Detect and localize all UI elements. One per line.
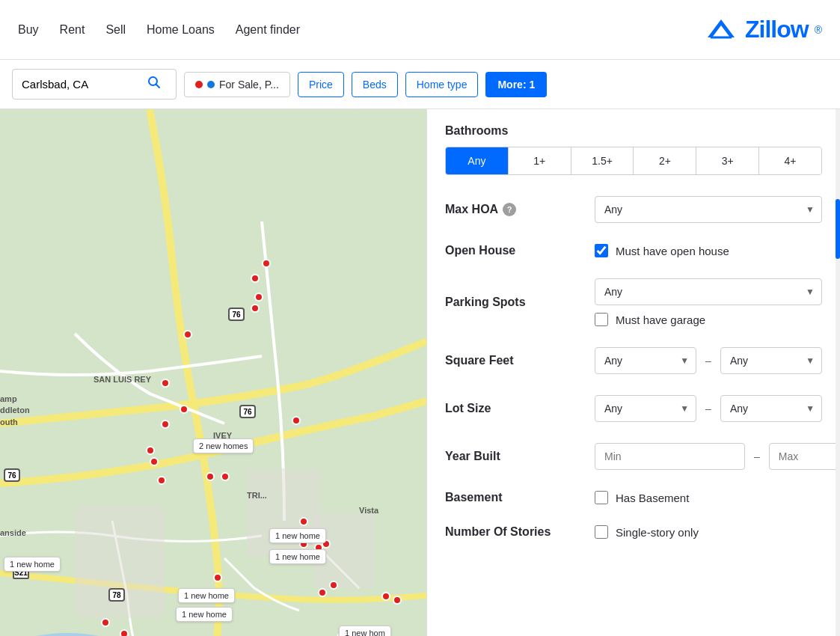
square-feet-max-select[interactable]: Any 500 750 1000 1250 1500 1750 2000 250…	[720, 347, 822, 374]
map-pin[interactable]	[180, 405, 188, 414]
open-house-checkbox[interactable]	[595, 244, 608, 257]
map-pin[interactable]	[183, 330, 192, 339]
map-pin[interactable]	[120, 629, 129, 636]
home-type-filter-button[interactable]: Home type	[405, 72, 479, 97]
search-input[interactable]	[22, 78, 141, 91]
lot-size-content: Any 2000 sqft 3000 sqft 5000 sqft 1/4 ac…	[595, 395, 822, 422]
lot-size-min-select[interactable]: Any 2000 sqft 3000 sqft 5000 sqft 1/4 ac…	[595, 395, 696, 422]
bathrooms-2plus-btn[interactable]: 2+	[634, 147, 696, 174]
map-new-homes-label[interactable]: 2 new homes	[193, 438, 254, 453]
header: Buy Rent Sell Home Loans Agent finder Zi…	[0, 0, 840, 60]
bathrooms-btn-group: Any 1+ 1.5+ 2+ 3+ 4+	[445, 147, 822, 175]
year-built-max-input[interactable]	[769, 443, 840, 470]
year-built-dash: –	[754, 450, 760, 462]
open-house-content: Must have open house	[595, 244, 822, 257]
max-hoa-row: Max HOA ? Any $50/mo $100/mo $200/mo $30…	[445, 196, 822, 223]
basement-checkbox-row: Has Basement	[595, 491, 822, 504]
parking-spots-row-label: Parking Spots	[445, 296, 580, 309]
search-icon[interactable]	[147, 76, 161, 93]
map-pin[interactable]	[329, 581, 338, 590]
parking-spots-select[interactable]: Any 1+ 2+ 3+ 4+	[595, 278, 822, 305]
map-pin[interactable]	[292, 416, 301, 425]
bathrooms-4plus-btn[interactable]: 4+	[759, 147, 821, 174]
max-hoa-section: Max HOA ? Any $50/mo $100/mo $200/mo $30…	[445, 196, 822, 223]
basement-row: Basement Has Basement	[445, 491, 822, 504]
filter-panel: Bathrooms Any 1+ 1.5+ 2+ 3+ 4+ Max HOA ?	[426, 109, 840, 636]
map-pin[interactable]	[254, 293, 263, 302]
map-pin[interactable]	[299, 517, 308, 526]
map-pin[interactable]	[251, 274, 260, 283]
lot-size-min-wrapper: Any 2000 sqft 3000 sqft 5000 sqft 1/4 ac…	[595, 395, 696, 422]
bathrooms-1-5plus-btn[interactable]: 1.5+	[571, 147, 634, 174]
parking-spots-row: Parking Spots Any 1+ 2+ 3+ 4+ ▼	[445, 278, 822, 326]
map-new-home-label[interactable]: 1 new home	[176, 607, 233, 622]
for-sale-label: For Sale, P...	[219, 79, 279, 91]
zillow-logo: Zillow ®	[703, 15, 822, 45]
stories-checkbox-label: Single-story only	[616, 526, 699, 539]
nav-rent[interactable]: Rent	[60, 23, 85, 37]
map-pin[interactable]	[157, 476, 166, 485]
bathrooms-1plus-btn[interactable]: 1+	[509, 147, 571, 174]
map-new-home-label[interactable]: 1 new home	[178, 588, 235, 603]
map-new-home-label-left[interactable]: 1 new home	[4, 557, 61, 572]
max-hoa-select-container: Any $50/mo $100/mo $200/mo $300/mo $500/…	[595, 196, 822, 223]
map-new-home-label[interactable]: 1 new home	[269, 528, 326, 543]
lot-size-max-select[interactable]: Any 2000 sqft 3000 sqft 5000 sqft 1/4 ac…	[720, 395, 822, 422]
map-pin[interactable]	[161, 420, 170, 429]
square-feet-row-label: Square Feet	[445, 354, 580, 367]
bathrooms-3plus-btn[interactable]: 3+	[696, 147, 759, 174]
open-house-label: Open House	[445, 244, 515, 257]
map-vista-text: Vista	[359, 506, 378, 515]
garage-checkbox[interactable]	[595, 313, 608, 326]
dot-blue-icon	[207, 81, 215, 88]
map-pin[interactable]	[213, 573, 222, 582]
map-pin[interactable]	[393, 596, 402, 605]
map-svg	[0, 109, 426, 636]
map-pin[interactable]	[146, 446, 155, 455]
price-filter-button[interactable]: Price	[298, 72, 344, 97]
map-new-home-label[interactable]: 1 new home	[269, 549, 326, 564]
main-content: SAN LUIS REY ampddletonouth anside Vista…	[0, 109, 840, 636]
year-built-label: Year Built	[445, 450, 500, 462]
map-pin[interactable]	[318, 588, 327, 597]
scrollbar-thumb[interactable]	[836, 199, 840, 259]
max-hoa-select[interactable]: Any $50/mo $100/mo $200/mo $300/mo $500/…	[595, 196, 822, 223]
home-type-label: Home type	[417, 79, 467, 91]
map-pin[interactable]	[101, 618, 110, 627]
year-built-min-input[interactable]	[595, 443, 745, 470]
stories-checkbox-row: Single-story only	[595, 525, 822, 539]
map-new-home-label[interactable]: 1 new hom	[339, 626, 391, 636]
square-feet-dash: –	[705, 355, 711, 367]
basement-checkbox[interactable]	[595, 491, 608, 504]
bathrooms-label: Bathrooms	[445, 124, 822, 138]
max-hoa-help-icon[interactable]: ?	[503, 203, 516, 216]
nav-home-loans[interactable]: Home Loans	[147, 23, 215, 37]
map-pin[interactable]	[251, 304, 260, 313]
square-feet-min-select[interactable]: Any 500 750 1000 1250 1500 1750 2000 250…	[595, 347, 696, 374]
bathrooms-any-btn[interactable]: Any	[446, 147, 509, 174]
search-row: For Sale, P... Price Beds Home type More…	[0, 60, 840, 109]
stories-checkbox[interactable]	[595, 525, 608, 539]
square-feet-row: Square Feet Any 500 750 1000 1250 1500	[445, 347, 822, 374]
map-area[interactable]: SAN LUIS REY ampddletonouth anside Vista…	[0, 109, 426, 636]
map-pin[interactable]	[221, 472, 230, 481]
highway-76-badge-1: 76	[228, 308, 245, 321]
basement-label: Basement	[445, 491, 502, 504]
more-filters-button[interactable]: More: 1	[485, 72, 547, 97]
map-pin[interactable]	[381, 592, 390, 601]
map-pin[interactable]	[262, 259, 271, 268]
for-sale-filter-button[interactable]: For Sale, P...	[184, 72, 290, 97]
open-house-row-label: Open House	[445, 244, 580, 257]
nav-sell[interactable]: Sell	[105, 23, 126, 37]
nav-agent-finder[interactable]: Agent finder	[236, 23, 300, 37]
map-pin[interactable]	[206, 472, 215, 481]
map-pin[interactable]	[161, 379, 170, 388]
square-feet-label: Square Feet	[445, 354, 514, 367]
year-built-section: Year Built –	[445, 443, 822, 470]
beds-filter-button[interactable]: Beds	[352, 72, 398, 97]
svg-rect-5	[247, 468, 322, 558]
garage-checkbox-row: Must have garage	[595, 313, 822, 326]
nav-buy[interactable]: Buy	[18, 23, 39, 37]
year-built-row: Year Built –	[445, 443, 822, 470]
map-pin[interactable]	[150, 457, 159, 466]
